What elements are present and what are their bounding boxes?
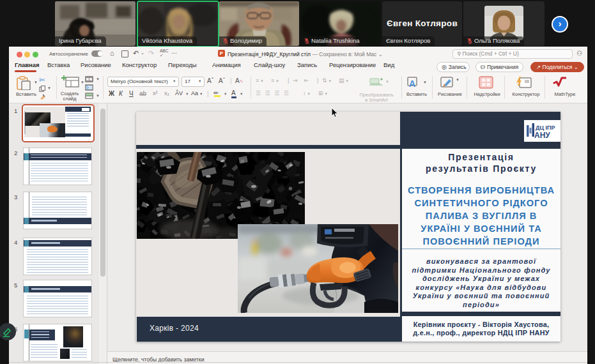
- svg-text:ДЦ ІПР: ДЦ ІПР: [536, 125, 555, 131]
- svg-text:A: A: [409, 79, 415, 88]
- svg-text:АНУ: АНУ: [534, 131, 550, 140]
